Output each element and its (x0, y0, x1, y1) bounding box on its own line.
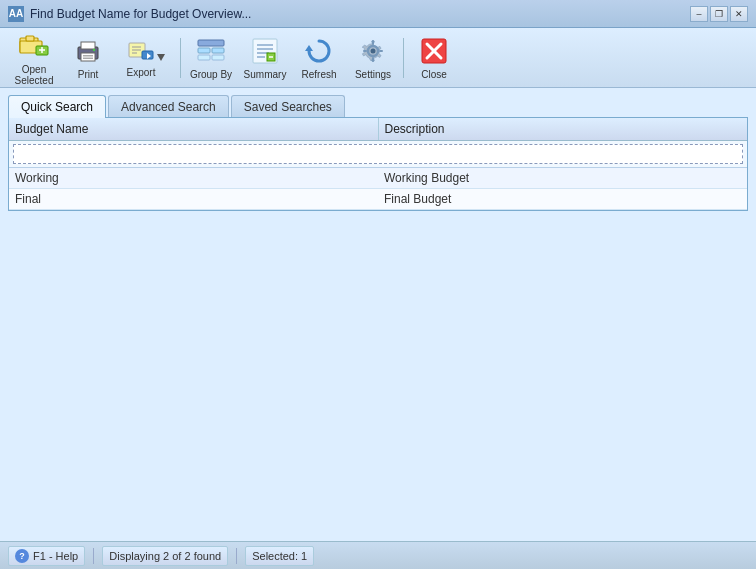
svg-marker-31 (305, 45, 313, 51)
table-row[interactable]: Working Working Budget (9, 168, 747, 189)
open-selected-label: Open Selected (11, 64, 57, 86)
print-button[interactable]: Print (62, 32, 114, 84)
summary-icon (249, 35, 281, 67)
tab-quick-search[interactable]: Quick Search (8, 95, 106, 118)
title-bar-left: AA Find Budget Name for Budget Overview.… (8, 6, 251, 22)
search-input-row[interactable] (9, 141, 747, 168)
budget-name-search-input[interactable] (13, 144, 743, 164)
group-by-label: Group By (190, 69, 232, 80)
settings-button[interactable]: Settings (347, 32, 399, 84)
restore-button[interactable]: ❐ (710, 6, 728, 22)
results-table: Budget Name Description Working Working … (9, 118, 747, 210)
refresh-icon (303, 35, 335, 67)
status-divider-2 (236, 548, 237, 564)
export-label: Export (127, 67, 156, 78)
svg-rect-20 (198, 48, 210, 53)
settings-icon (357, 35, 389, 67)
svg-marker-18 (157, 54, 165, 61)
window-title: Find Budget Name for Budget Overview... (30, 7, 251, 21)
export-icon (127, 37, 155, 65)
svg-rect-9 (83, 55, 93, 57)
title-bar: AA Find Budget Name for Budget Overview.… (0, 0, 756, 28)
refresh-button[interactable]: Refresh (293, 32, 345, 84)
open-selected-button[interactable]: Open Selected (8, 32, 60, 84)
close-label: Close (421, 69, 447, 80)
svg-point-11 (93, 49, 95, 51)
column-header-description: Description (378, 118, 747, 141)
export-button[interactable]: Export (116, 32, 176, 84)
budget-name-cell: Working (9, 168, 378, 189)
column-header-budget-name: Budget Name (9, 118, 378, 141)
svg-point-34 (371, 49, 376, 54)
summary-label: Summary (244, 69, 287, 80)
help-label: F1 - Help (33, 550, 78, 562)
title-bar-controls[interactable]: – ❐ ✕ (690, 6, 748, 22)
summary-button[interactable]: Summary (239, 32, 291, 84)
group-by-button[interactable]: Group By (185, 32, 237, 84)
displaying-status: Displaying 2 of 2 found (102, 546, 228, 566)
minimize-button[interactable]: – (690, 6, 708, 22)
svg-rect-10 (83, 58, 93, 60)
settings-label: Settings (355, 69, 391, 80)
table-header-row: Budget Name Description (9, 118, 747, 141)
toolbar-separator-1 (180, 38, 181, 78)
window-close-button[interactable]: ✕ (730, 6, 748, 22)
svg-rect-21 (212, 48, 224, 53)
close-button[interactable]: Close (408, 32, 460, 84)
selected-label: Selected: 1 (252, 550, 307, 562)
print-icon (72, 35, 104, 67)
svg-rect-37 (363, 50, 367, 52)
svg-rect-38 (379, 50, 383, 52)
help-icon: ? (15, 549, 29, 563)
app-icon: AA (8, 6, 24, 22)
status-divider-1 (93, 548, 94, 564)
svg-rect-19 (198, 40, 224, 46)
svg-rect-8 (81, 53, 95, 61)
description-cell: Working Budget (378, 168, 747, 189)
quick-search-panel: Budget Name Description Working Working … (8, 117, 748, 211)
toolbar: Open Selected Print (0, 28, 756, 88)
description-cell: Final Budget (378, 189, 747, 210)
status-bar: ? F1 - Help Displaying 2 of 2 found Sele… (0, 541, 756, 569)
selected-status: Selected: 1 (245, 546, 314, 566)
displaying-label: Displaying 2 of 2 found (109, 550, 221, 562)
budget-name-cell: Final (9, 189, 378, 210)
help-status[interactable]: ? F1 - Help (8, 546, 85, 566)
refresh-label: Refresh (301, 69, 336, 80)
group-by-icon (195, 35, 227, 67)
tab-saved-searches[interactable]: Saved Searches (231, 95, 345, 118)
svg-rect-2 (26, 36, 34, 41)
content-area: Quick Search Advanced Search Saved Searc… (0, 88, 756, 541)
open-selected-icon (18, 30, 50, 62)
svg-rect-7 (81, 42, 95, 49)
print-label: Print (78, 69, 99, 80)
close-icon (418, 35, 450, 67)
tab-advanced-search[interactable]: Advanced Search (108, 95, 229, 118)
toolbar-separator-2 (403, 38, 404, 78)
tab-bar: Quick Search Advanced Search Saved Searc… (8, 94, 748, 117)
svg-rect-23 (212, 55, 224, 60)
svg-rect-22 (198, 55, 210, 60)
table-row[interactable]: Final Final Budget (9, 189, 747, 210)
